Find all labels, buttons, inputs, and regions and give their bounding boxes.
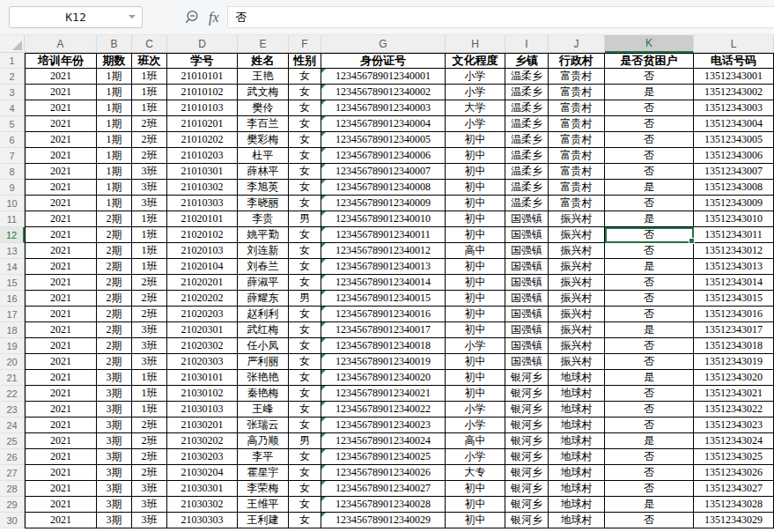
cell-G18[interactable]: 123456789012340017 [321,322,446,338]
cell-H5[interactable]: 小学 [446,116,505,132]
row-header-13[interactable]: 13 [0,243,25,259]
header-cell-E1[interactable]: 姓名 [238,53,289,69]
cell-K8[interactable]: 否 [605,164,694,180]
cell-K18[interactable]: 是 [605,322,694,338]
column-header-C[interactable]: C [132,35,167,53]
cell-I21[interactable]: 银河乡 [505,370,549,386]
cell-H15[interactable]: 初中 [446,275,505,291]
cell-H24[interactable]: 小学 [446,417,505,433]
cell-D12[interactable]: 21020102 [167,227,238,243]
cell-C6[interactable]: 2班 [132,132,167,148]
cell-F24[interactable]: 女 [289,417,321,433]
cell-J11[interactable]: 振兴村 [549,211,605,227]
cell-E18[interactable]: 武红梅 [238,322,289,338]
cell-L26[interactable]: 13512343025 [694,449,774,465]
cell-F23[interactable]: 女 [289,402,321,417]
cell-C8[interactable]: 3班 [132,164,167,180]
cell-E24[interactable]: 张瑞云 [238,417,289,433]
row-header-6[interactable]: 6 [0,132,25,148]
cell-D11[interactable]: 21020101 [167,211,238,227]
cell-E14[interactable]: 刘春兰 [238,259,289,275]
cell-K30[interactable]: 否 [605,513,694,528]
cell-I8[interactable]: 温柔乡 [505,164,549,180]
cell-L16[interactable]: 13512343015 [694,291,774,307]
cell-J6[interactable]: 富贵村 [549,132,605,148]
cell-K17[interactable]: 否 [605,307,694,322]
row-header-12[interactable]: 12 [0,227,25,243]
cell-J16[interactable]: 振兴村 [549,291,605,307]
cell-E10[interactable]: 李晓丽 [238,196,289,211]
cell-H13[interactable]: 高中 [446,243,505,259]
cell-K22[interactable]: 否 [605,386,694,402]
cell-H20[interactable]: 初中 [446,354,505,370]
cell-H11[interactable]: 初中 [446,211,505,227]
cell-H7[interactable]: 初中 [446,148,505,164]
cell-H10[interactable]: 初中 [446,196,505,211]
cell-B19[interactable]: 2期 [97,338,132,354]
cell-K15[interactable]: 否 [605,275,694,291]
cell-C17[interactable]: 2班 [132,307,167,322]
cell-E28[interactable]: 李荣梅 [238,481,289,497]
cell-F25[interactable]: 男 [289,433,321,449]
cell-E23[interactable]: 王峰 [238,402,289,417]
cell-B29[interactable]: 3期 [97,497,132,513]
cell-D18[interactable]: 21020301 [167,322,238,338]
cell-K24[interactable]: 否 [605,417,694,433]
cell-L12[interactable]: 13512343011 [694,227,774,243]
cell-I25[interactable]: 银河乡 [505,433,549,449]
cell-K26[interactable]: 否 [605,449,694,465]
cell-B5[interactable]: 1期 [97,116,132,132]
cell-K20[interactable]: 否 [605,354,694,370]
header-cell-C1[interactable]: 班次 [132,53,167,69]
row-header-24[interactable]: 24 [0,417,25,433]
cell-A9[interactable]: 2021 [25,180,97,196]
cell-L5[interactable]: 13512343004 [694,116,774,132]
cell-B22[interactable]: 3期 [97,386,132,402]
cell-L24[interactable]: 13512343023 [694,417,774,433]
cell-D6[interactable]: 21010202 [167,132,238,148]
cell-D10[interactable]: 21010303 [167,196,238,211]
cell-J7[interactable]: 富贵村 [549,148,605,164]
row-header-22[interactable]: 22 [0,386,25,402]
cell-L7[interactable]: 13512343006 [694,148,774,164]
cell-E27[interactable]: 霍星宇 [238,465,289,481]
row-header-20[interactable]: 20 [0,354,25,370]
cell-G28[interactable]: 123456789012340027 [321,481,446,497]
cell-K27[interactable]: 否 [605,465,694,481]
cell-F3[interactable]: 女 [289,85,321,100]
cell-L30[interactable]: 13512343029 [694,513,774,528]
cell-F27[interactable]: 女 [289,465,321,481]
cell-C15[interactable]: 2班 [132,275,167,291]
cell-J29[interactable]: 地球村 [549,497,605,513]
cell-F13[interactable]: 女 [289,243,321,259]
cell-G3[interactable]: 123456789012340002 [321,85,446,100]
cell-E20[interactable]: 严利丽 [238,354,289,370]
cell-J23[interactable]: 地球村 [549,402,605,417]
cell-G2[interactable]: 123456789012340001 [321,69,446,85]
cell-H28[interactable]: 初中 [446,481,505,497]
cell-C9[interactable]: 3班 [132,180,167,196]
row-header-10[interactable]: 10 [0,196,25,211]
cell-E3[interactable]: 武文梅 [238,85,289,100]
column-header-I[interactable]: I [505,35,549,53]
cell-A13[interactable]: 2021 [25,243,97,259]
cell-E15[interactable]: 薛淑平 [238,275,289,291]
cell-G29[interactable]: 123456789012340028 [321,497,446,513]
cell-D27[interactable]: 21030204 [167,465,238,481]
header-cell-F1[interactable]: 性别 [289,53,321,69]
cell-B17[interactable]: 2期 [97,307,132,322]
cell-E21[interactable]: 张艳艳 [238,370,289,386]
cell-L21[interactable]: 13512343020 [694,370,774,386]
cell-C28[interactable]: 3班 [132,481,167,497]
magnifier-minus-icon[interactable] [183,9,200,26]
row-header-2[interactable]: 2 [0,69,25,85]
cell-J2[interactable]: 富贵村 [549,69,605,85]
cell-B24[interactable]: 3期 [97,417,132,433]
cell-G15[interactable]: 123456789012340014 [321,275,446,291]
cell-I19[interactable]: 国强镇 [505,338,549,354]
cell-J3[interactable]: 富贵村 [549,85,605,100]
column-header-H[interactable]: H [446,35,505,53]
cell-B3[interactable]: 1期 [97,85,132,100]
cell-F9[interactable]: 女 [289,180,321,196]
cell-H3[interactable]: 小学 [446,85,505,100]
